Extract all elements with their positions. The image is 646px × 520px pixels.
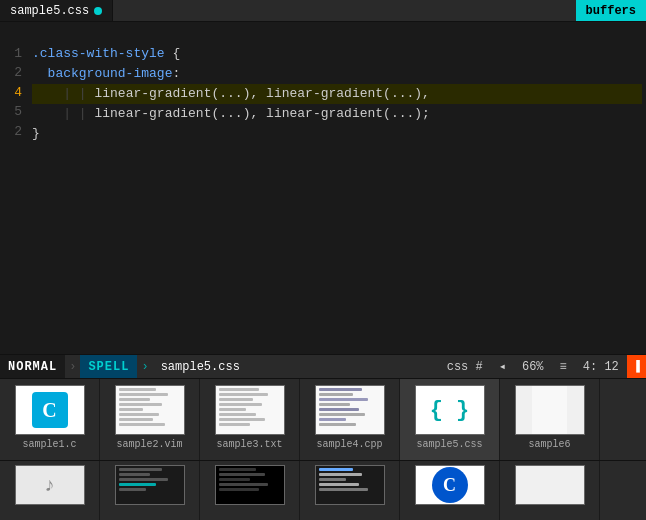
status-scroll: ◂ [491,359,514,374]
thumb-sample3txt[interactable]: sample3.txt [200,379,300,460]
indent-bar: | | [63,104,86,124]
code-line: } [32,124,642,144]
indent-bar: | | [63,84,86,104]
thumb-preview-5: { } [415,385,485,435]
dl [319,473,362,476]
indent [32,84,63,104]
line-num: 5 [0,102,22,122]
active-tab[interactable]: sample5.css [0,0,113,21]
syntax-fn: linear-gradient(...) [94,84,250,104]
syntax-prop: background-image [48,64,173,84]
thumbnails-row: C sample1.c sample2.vim [0,378,646,460]
tl [119,403,162,406]
dl [119,483,156,486]
dl [219,488,259,491]
thumb-label-3: sample3.txt [216,439,282,450]
status-arrow1: › [65,360,80,374]
tl [219,398,253,401]
thumb2-preview-3 [215,465,285,505]
thumb-label-4: sample4.cpp [316,439,382,450]
thumb2-partial[interactable] [500,461,600,520]
syntax-fn: linear-gradient(...) [266,104,422,124]
dl [119,473,150,476]
thumb-sample6[interactable]: sample6 [500,379,600,460]
code-line: background-image: [32,64,642,84]
thumb2-preview-6 [515,465,585,505]
thumb-label-6: sample6 [528,439,570,450]
thumb2-preview-4 [315,465,385,505]
indent [32,104,63,124]
code-line [32,24,642,44]
tl [119,398,150,401]
thumb-sample5css[interactable]: { } sample5.css [400,379,500,460]
status-arrow2: › [137,360,152,374]
dl [119,488,147,491]
dl [219,478,250,481]
tl [319,418,347,421]
tl [219,413,256,416]
music-icon: ♪ [16,466,84,504]
thumb-label-1: sample1.c [22,439,76,450]
code-line: .class-with-style { [32,44,642,64]
tl [319,408,359,411]
thumb-sample2vim[interactable]: sample2.vim [100,379,200,460]
tab-filename: sample5.css [10,4,89,18]
dl [319,478,347,481]
thumb-preview-1: C [15,385,85,435]
thumb-preview-3 [215,385,285,435]
thumb-sample1c[interactable]: C sample1.c [0,379,100,460]
dark-code-preview [116,465,184,505]
tl [219,423,250,426]
thumb-preview-4 [315,385,385,435]
thumbnails-row2: ♪ [0,460,646,520]
thumb2-dark2[interactable] [200,461,300,520]
status-filename: sample5.css [153,360,248,374]
tl [319,403,350,406]
dark-code-preview3 [316,465,384,505]
syntax-punct: { [165,44,181,64]
tl [119,418,153,421]
blue-c-icon: C [432,467,468,503]
syntax-comma: , [250,104,266,124]
code-text [87,104,95,124]
thumb-sample4cpp[interactable]: sample4.cpp [300,379,400,460]
line-num-active: 4 [0,83,22,103]
syntax-comma: , [250,84,266,104]
dl [319,468,353,471]
tl [219,408,247,411]
status-indicator: ▐ [627,355,646,378]
buffers-button[interactable]: buffers [576,0,646,21]
status-percent: 66% [514,360,552,374]
tab-bar: sample5.css buffers [0,0,646,22]
line-num: 2 [0,63,22,83]
code-content[interactable]: .class-with-style { background-image: | … [28,22,646,354]
thumb-preview-2 [115,385,185,435]
tl [319,413,366,416]
thumb2-preview-2 [115,465,185,505]
tl [219,388,259,391]
brackets-icon: { } [430,398,470,423]
tl [319,388,362,391]
thumb2-dark1[interactable] [100,461,200,520]
dl [119,468,162,471]
tl [219,403,262,406]
thumb2-bluec[interactable]: C [400,461,500,520]
thumb-preview-6 [515,385,585,435]
status-bar: NORMAL › SPELL › sample5.css css # ◂ 66%… [0,354,646,378]
dl [219,473,266,476]
thumb2-music[interactable]: ♪ [0,461,100,520]
tl [319,393,353,396]
code-text [87,84,95,104]
tl [219,418,266,421]
c-language-icon: C [32,392,68,428]
status-spell: SPELL [80,355,137,378]
tl [119,423,166,426]
syntax-punct: : [172,64,180,84]
dl [219,468,256,471]
thumb2-dark3[interactable] [300,461,400,520]
syntax-comma2: , [422,84,430,104]
code-line-active: | | linear-gradient(...), linear-gradien… [32,84,642,104]
indent [32,64,48,84]
thumb-text-2 [116,385,184,435]
tl [119,408,144,411]
